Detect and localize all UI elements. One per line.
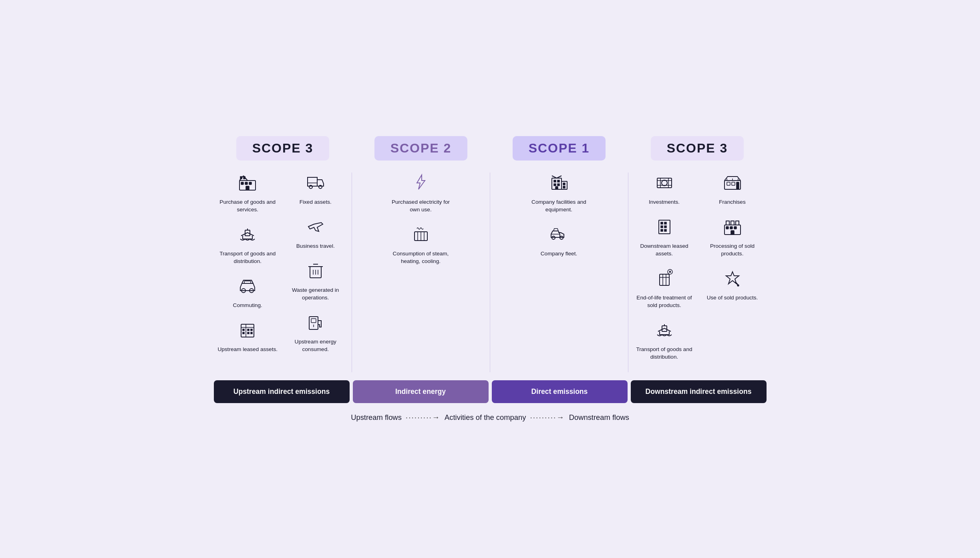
scope1-badge: SCOPE 1 <box>490 136 628 161</box>
downstream-flow-text: Downstream flows <box>569 413 629 422</box>
direct-section: Company facilities and equipment. Compan… <box>490 173 628 372</box>
steam-svg <box>411 225 431 244</box>
upstream-flow-text: Upstream flows <box>351 413 402 422</box>
svg-rect-75 <box>732 182 735 185</box>
investment-icon <box>655 173 674 194</box>
lightning-icon <box>411 173 431 194</box>
franchises-label: Franchises <box>719 198 745 206</box>
car-icon <box>238 276 257 297</box>
upstream-sub-col1: Purchase of goods and services. Transpor… <box>214 173 282 372</box>
flow-dots-left: ·········→ <box>406 413 441 422</box>
trash-icon <box>306 261 325 282</box>
item-ds-transport: Transport of goods and distribution. <box>630 320 698 361</box>
steam-icon <box>411 225 431 246</box>
investments-label: Investments. <box>649 198 680 206</box>
ds-transport-label: Transport of goods and distribution. <box>634 345 694 361</box>
processing-label: Processing of sold products. <box>702 242 763 257</box>
fuel-svg <box>306 313 325 332</box>
svg-rect-85 <box>726 221 729 225</box>
downstream-sub-col1: Investments. Downst <box>630 173 698 372</box>
transport-goods-label: Transport of goods and distribution. <box>217 250 278 265</box>
fuel-icon <box>306 313 325 334</box>
bottom-labels-row: Upstream indirect emissions Indirect ene… <box>210 380 771 403</box>
svg-point-54 <box>662 180 667 186</box>
downstream-leased-label: Downstream leased assets. <box>634 242 694 257</box>
fleet-svg <box>549 225 569 244</box>
svg-rect-53 <box>657 178 672 188</box>
item-company-facilities: Company facilities and equipment. <box>498 173 620 213</box>
office-building-icon <box>655 217 674 238</box>
company-fleet-label: Company fleet. <box>541 250 577 257</box>
item-waste: Waste generated in operations. <box>282 261 350 301</box>
fixed-assets-label: Fixed assets. <box>300 198 332 206</box>
scope3-left-badge: SCOPE 3 <box>214 136 352 161</box>
plane-svg <box>306 217 325 236</box>
svg-rect-82 <box>730 227 732 229</box>
truck-icon <box>306 173 325 194</box>
downstream-emissions-label: Downstream indirect emissions <box>631 380 767 403</box>
svg-rect-47 <box>555 187 558 189</box>
flow-dots-right: ·········→ <box>530 413 565 422</box>
end-of-life-label: End-of-life treatment of sold products. <box>634 294 694 309</box>
svg-rect-17 <box>243 329 244 331</box>
svg-rect-83 <box>734 227 737 229</box>
factory2-svg <box>723 217 742 236</box>
car-svg <box>238 276 257 295</box>
use-product-svg <box>723 269 742 288</box>
factory-svg <box>238 173 257 192</box>
svg-rect-42 <box>557 180 559 182</box>
upstream-leased-svg <box>238 320 257 339</box>
truck-svg <box>306 173 325 192</box>
scope1-label: SCOPE 1 <box>513 136 606 161</box>
commuting-label: Commuting. <box>233 301 262 309</box>
investment-svg <box>655 173 674 192</box>
indirect-energy-label: Indirect energy <box>353 380 489 403</box>
ship-icon <box>238 225 257 246</box>
upstream-leased-icon <box>238 320 257 341</box>
lightning-svg <box>411 173 431 192</box>
upstream-energy-label: Upstream energy consumed. <box>286 338 346 353</box>
item-upstream-energy: Upstream energy consumed. <box>282 313 350 353</box>
factory-icon <box>238 173 257 194</box>
svg-rect-7 <box>240 177 242 179</box>
scope2-badge: SCOPE 2 <box>352 136 490 161</box>
svg-rect-66 <box>660 274 669 285</box>
svg-rect-44 <box>557 184 559 186</box>
direct-emissions-label: Direct emissions <box>492 380 628 403</box>
waste-label: Waste generated in operations. <box>286 286 346 301</box>
svg-rect-22 <box>251 332 252 334</box>
svg-rect-18 <box>243 332 244 334</box>
factory2-icon <box>723 217 742 238</box>
svg-rect-20 <box>248 332 249 334</box>
svg-rect-2 <box>245 182 248 185</box>
svg-rect-74 <box>727 182 730 185</box>
buildings-icon <box>549 173 569 194</box>
scope-headers: SCOPE 3 SCOPE 2 SCOPE 1 SCOPE 3 <box>210 136 771 161</box>
plane-icon <box>306 217 325 238</box>
svg-rect-62 <box>661 226 663 228</box>
ship2-svg <box>655 320 674 339</box>
svg-rect-76 <box>737 182 739 189</box>
indirect-section: Purchased electricity for own use. Consu… <box>352 173 490 372</box>
item-commuting: Commuting. <box>214 276 282 309</box>
svg-rect-1 <box>241 182 243 185</box>
svg-rect-45 <box>563 183 565 185</box>
upstream-section: Purchase of goods and services. Transpor… <box>214 173 352 372</box>
svg-rect-3 <box>249 182 252 185</box>
item-investments: Investments. <box>630 173 698 205</box>
item-fixed-assets: Fixed assets. <box>282 173 350 205</box>
item-franchises: Franchises <box>698 173 767 205</box>
ship-svg <box>238 225 257 244</box>
fleet-icon <box>549 225 569 246</box>
use-product-icon <box>723 269 742 290</box>
trash-svg <box>306 261 325 280</box>
franchise-icon <box>723 173 742 194</box>
svg-rect-60 <box>661 222 663 224</box>
item-end-of-life: End-of-life treatment of sold products. <box>630 269 698 309</box>
item-steam: Consumption of steam, heating, cooling. <box>360 225 482 265</box>
scope2-label: SCOPE 2 <box>374 136 468 161</box>
item-company-fleet: Company fleet. <box>498 225 620 257</box>
svg-rect-4 <box>246 186 249 190</box>
use-product-label: Use of sold products. <box>707 294 758 301</box>
item-electricity: Purchased electricity for own use. <box>360 173 482 213</box>
